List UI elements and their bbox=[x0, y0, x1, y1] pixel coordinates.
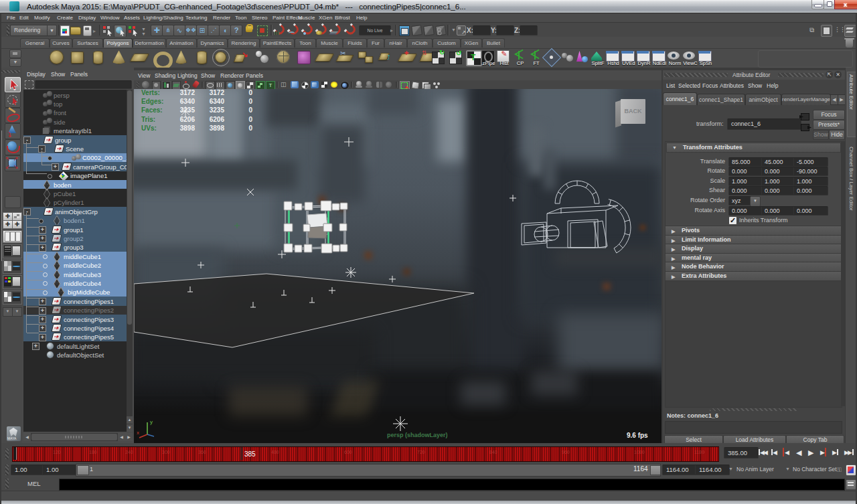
svg-text:y: y bbox=[150, 419, 153, 425]
svg-text:x: x bbox=[137, 430, 139, 436]
